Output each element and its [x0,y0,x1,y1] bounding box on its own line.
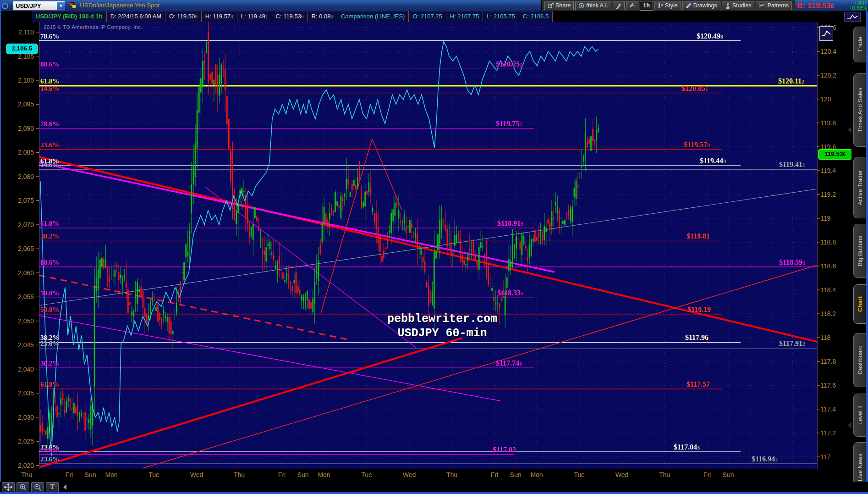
studies-button[interactable]: Studies [722,1,755,11]
x-axis-date-label: Fri [703,471,711,478]
fib-level-label: 23.6% [40,446,59,454]
status-field: USD/JPY (BID) 180 d 1h [32,11,107,22]
x-axis-date-label: Tue [361,471,372,478]
tab-level-ii[interactable]: Level II [853,394,866,437]
tab-active-trader[interactable]: Active Trader [853,157,866,218]
status-field: D: 2/24/15 6:00 AM [107,11,165,22]
x-axis-date-label: Sun [297,471,309,478]
price-level-label: $118.919 [497,219,523,228]
fib-level-label: 78.6% [40,33,59,40]
left-axis-tick: 2,085 [0,149,34,156]
line-chart-icon[interactable] [844,12,861,22]
button-label: Studies [732,2,752,9]
text-tool-icon[interactable]: T [46,482,59,492]
window-border-bottom [0,492,868,494]
x-axis-date-label: Tue [148,471,159,478]
bid-quote: B: 119.536 [797,1,834,11]
x-axis-date-label: Fri [491,471,498,478]
collapse-arrow-icon[interactable] [848,422,852,428]
button-label: 1h [643,2,650,9]
fib-level-label: 23.6% [40,455,59,463]
pattern-icon [759,3,765,8]
left-axis-tick: 2,065 [0,245,34,252]
right-axis-tick: 118.8 [820,239,836,246]
ohlc-status-row: USD/JPY (BID) 180 d 1hD: 2/24/15 6:00 AM… [0,11,868,22]
x-axis-date-label: Wed [190,471,203,478]
price-level-label: $117.96 [685,333,709,342]
chart-toolbar: Sharethink A.I.1hStyleDrawingsStudiesPat… [541,0,795,11]
left-axis-tick: 2,055 [0,293,34,300]
watermark-line1: pebblewriter.com [387,312,497,326]
right-axis-tick: 119 [820,215,830,222]
price-level-label: $118.19 [687,305,711,314]
right-axis-tick: 118.2 [820,310,836,317]
status-field: O: 119.509 [165,11,202,22]
button-label: Drawings [693,2,717,9]
left-axis-tick: 2,045 [0,341,34,349]
tab-dashboard[interactable]: Dashboard [853,333,866,387]
x-axis-date-label: Thu [21,471,32,478]
wrench-icon [629,3,635,9]
marker-button[interactable] [613,1,625,11]
tab-trade[interactable]: Trade [853,27,866,62]
fib-level-label: 61.8% [40,220,59,228]
tab-big-buttons[interactable]: Big Buttons [853,224,866,278]
style-icon [658,3,663,9]
left-axis-tick: 2,090 [0,125,34,132]
price-level-label: $119.755 [496,120,522,128]
x-axis-date-label: Mon [105,471,117,478]
instrument-title: USDollar/Japanese Yen Spot [80,2,159,9]
left-axis-tick: 2,095 [0,100,34,108]
chevron-down-icon[interactable]: ▼ [57,2,65,10]
right-axis-tick: 117.6 [820,382,836,389]
window-border-left [0,0,1,494]
window-icon [2,3,8,9]
window-border-right [866,11,868,494]
fib-level-label: 61.8% [40,381,59,389]
zoom-in-icon[interactable] [16,482,29,492]
fib-level-label: 78.6% [40,120,59,128]
symbol-input[interactable]: USD/JPY ▼ [13,1,65,11]
fib-level-label: 38.2% [40,360,59,367]
drawings-button[interactable]: Drawings [682,1,720,11]
price-level-label: $120.051 [681,84,708,93]
tab-times-and-sales[interactable]: Times And Sales [853,73,866,147]
tab-chart[interactable]: Chart [853,284,866,324]
collapse-left-icon[interactable] [63,484,66,490]
x-axis-date-label: Wed [403,471,416,478]
think-a-i--button[interactable]: think A.I. [575,1,611,11]
fib-level-label: 38.2% [40,233,59,240]
price-level-label: $120.252 [496,60,522,68]
x-axis-date-label: Thu [234,471,245,478]
left-axis-tick: 2,040 [0,366,34,373]
expansion-icon[interactable] [819,26,833,41]
status-field: H: 119.574 [202,11,237,22]
patterns-button[interactable]: Patterns [756,1,792,11]
status-field: R: 0.083 [308,11,337,22]
x-axis-date-label: Mon [530,471,543,478]
price-level-label: $119.411 [779,161,805,169]
share-button[interactable]: Share [544,1,574,11]
style-button[interactable]: Style [654,1,681,11]
left-axis-tick: 2,020 [0,462,34,469]
price-level-label: $117.57 [687,380,710,389]
left-axis-tick: 2,080 [0,173,34,180]
right-axis-tick: 118 [820,334,830,341]
right-axis-tick: 117 [820,453,830,461]
1h-button[interactable]: 1h [640,1,653,11]
price-level-label: $118.333 [497,289,523,297]
right-axis-tick: 119.8 [820,119,836,127]
price-level-label: $119.443 [700,157,726,165]
zoom-out-icon[interactable] [31,482,44,492]
collapse-arrow-icon[interactable] [848,127,852,133]
comparison-price-bubble: 2,106.5 [6,44,38,54]
pan-icon[interactable] [2,482,15,492]
fib-level-label: 50.0% [40,306,59,314]
price-level-label: $116.942 [752,455,778,463]
left-axis-tick: 2,110 [0,28,34,36]
link-color-icon[interactable] [70,2,76,9]
price-level-label: $117.02 [493,446,516,454]
status-field: L: 119.491 [237,11,272,22]
wrench-button[interactable] [626,1,638,11]
price-level-label: $118.593 [779,258,805,266]
